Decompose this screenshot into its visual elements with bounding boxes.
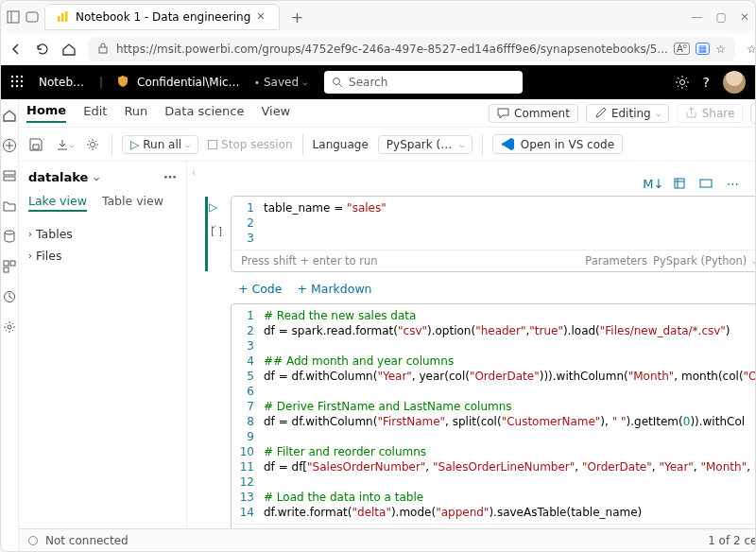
language-label: Language — [313, 138, 369, 151]
tree-files[interactable]: ›Files — [28, 245, 177, 267]
svg-rect-23 — [10, 261, 15, 266]
back-icon[interactable] — [9, 41, 24, 58]
rail-data-icon[interactable] — [1, 228, 18, 245]
svg-point-16 — [334, 78, 340, 85]
translate-icon[interactable]: ▦ — [696, 43, 710, 55]
markdown-toggle-icon[interactable]: M↓ — [644, 175, 662, 192]
output-toggle-icon[interactable] — [697, 175, 714, 192]
freeze-icon[interactable] — [671, 175, 688, 192]
open-vscode-button[interactable]: Open in VS code — [492, 134, 623, 154]
help-icon[interactable]: ? — [703, 75, 710, 90]
table-view-tab[interactable]: Table view — [102, 194, 163, 212]
editing-mode-button[interactable]: Editing⌵ — [586, 104, 669, 123]
svg-point-10 — [11, 80, 13, 82]
tab-edit[interactable]: Edit — [83, 104, 107, 122]
reader-icon[interactable]: A⁰ — [674, 43, 690, 55]
settings-icon[interactable] — [675, 75, 690, 90]
svg-rect-22 — [4, 261, 9, 266]
svg-rect-28 — [33, 145, 39, 149]
svg-point-13 — [11, 85, 13, 87]
rail-browse-icon[interactable] — [1, 167, 18, 184]
new-tab-button[interactable]: + — [285, 6, 308, 28]
svg-rect-1 — [26, 12, 38, 22]
save-status: •Saved⌵ — [254, 76, 307, 89]
svg-rect-3 — [61, 13, 64, 22]
code-cell[interactable]: ▷ ⌵ [ ] 1table_name = "sales"23 Press sh… — [231, 196, 756, 272]
url-input[interactable]: https://msit.powerbi.com/groups/4752ef9c… — [88, 37, 735, 61]
lake-view-tab[interactable]: Lake view — [28, 194, 87, 212]
maximize-icon[interactable]: ▢ — [716, 10, 727, 24]
user-avatar[interactable] — [723, 71, 746, 94]
rail-home-icon[interactable] — [1, 107, 18, 124]
comment-button[interactable]: Comment — [489, 104, 578, 123]
tab-run[interactable]: Run — [124, 104, 147, 122]
copilot-icon[interactable] — [750, 103, 756, 124]
tree-tables[interactable]: ›Tables — [28, 223, 177, 245]
insert-code-button[interactable]: +Code — [238, 282, 283, 296]
svg-point-11 — [16, 80, 18, 82]
download-icon[interactable]: ⌵ — [55, 135, 74, 154]
powerbi-icon — [55, 9, 70, 25]
rail-folder-icon[interactable] — [1, 198, 18, 215]
global-search[interactable]: Search — [324, 71, 523, 94]
run-cell-icon[interactable]: ▷ — [209, 200, 217, 214]
svg-rect-24 — [4, 267, 9, 272]
svg-point-8 — [16, 76, 18, 78]
run-hint: Press shift + enter to run — [241, 254, 378, 267]
close-window-icon[interactable]: ✕ — [740, 10, 749, 24]
svg-point-15 — [21, 85, 23, 87]
home-icon[interactable] — [61, 41, 77, 58]
share-button[interactable]: Share — [677, 104, 744, 123]
cell-more-icon[interactable]: ⋯ — [724, 175, 741, 192]
tab-data-science[interactable]: Data science — [164, 104, 244, 122]
svg-point-14 — [16, 85, 18, 87]
save-icon[interactable] — [26, 135, 45, 154]
svg-rect-0 — [8, 11, 19, 23]
stop-session-button[interactable]: Stop session — [208, 138, 293, 151]
tab-view[interactable]: View — [261, 104, 290, 122]
datasource-name[interactable]: datalake⌵ ⋯ — [28, 169, 177, 184]
svg-rect-4 — [65, 11, 68, 22]
svg-rect-19 — [4, 171, 15, 175]
refresh-icon[interactable] — [35, 41, 50, 58]
rail-settings-icon[interactable] — [1, 319, 18, 336]
chevron-down-icon[interactable]: ⌵ — [752, 135, 756, 154]
close-tab-icon[interactable]: ✕ — [256, 10, 269, 24]
rail-add-icon[interactable] — [1, 137, 18, 154]
fav-star-icon[interactable]: ☆ — [747, 43, 756, 56]
panel-resize-handle[interactable]: ‹ — [187, 162, 200, 528]
run-all-button[interactable]: ▷Run all⌵ — [122, 135, 198, 154]
gear-icon[interactable] — [83, 135, 102, 154]
svg-point-7 — [11, 76, 13, 78]
notebook-title[interactable]: Noteboo... — [39, 76, 86, 89]
workspaces-icon[interactable] — [26, 10, 39, 24]
tab-title: Notebook 1 - Data engineering — [76, 10, 250, 24]
svg-point-17 — [679, 80, 684, 85]
browser-tab-strip: Notebook 1 - Data engineering ✕ + — ▢ ✕ — [1, 1, 755, 33]
rail-app-icon[interactable] — [1, 258, 18, 275]
browser-tab[interactable]: Notebook 1 - Data engineering ✕ — [44, 4, 280, 30]
svg-rect-5 — [99, 47, 107, 53]
cell-lang[interactable]: PySpark (Python) — [653, 254, 747, 267]
svg-point-9 — [21, 76, 23, 78]
app-launcher-icon[interactable] — [10, 75, 26, 90]
minimize-icon[interactable]: — — [692, 10, 703, 24]
rail-monitor-icon[interactable] — [1, 288, 18, 305]
svg-point-29 — [91, 142, 95, 147]
sidebar-toggle-icon[interactable] — [7, 10, 20, 24]
connection-status: Not connected — [45, 534, 129, 547]
vscode-icon — [501, 137, 515, 151]
insert-markdown-button[interactable]: +Markdown — [298, 282, 372, 296]
ribbon: Home Edit Run Data science View Comment … — [19, 99, 756, 128]
cell-params[interactable]: Parameters — [585, 254, 647, 267]
code-cell[interactable]: [ ] 1# Read the new sales data2df = spar… — [231, 303, 756, 528]
sensitivity-label[interactable]: Confidential\Micros... — [116, 75, 241, 90]
svg-rect-2 — [58, 16, 60, 22]
language-select[interactable]: PySpark (Pytho...⌵ — [378, 135, 472, 154]
delete-cell-icon[interactable] — [750, 175, 756, 192]
connection-dot-icon — [28, 536, 38, 545]
status-bar: Not connected 1 of 2 cells — [19, 528, 756, 551]
tab-home[interactable]: Home — [26, 103, 66, 123]
more-icon[interactable]: ⋯ — [163, 169, 177, 184]
favorite-icon[interactable]: ☆ — [715, 43, 726, 56]
